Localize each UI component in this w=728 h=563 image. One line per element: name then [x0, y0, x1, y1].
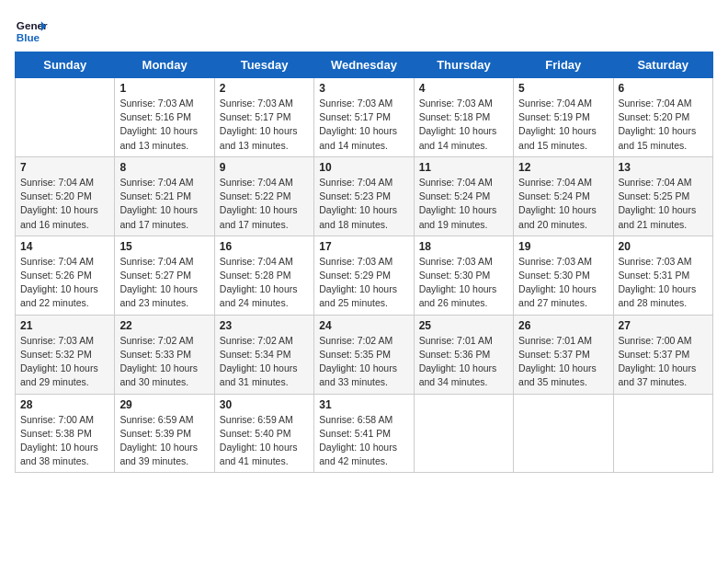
header-friday: Friday: [514, 52, 613, 78]
calendar-week-row: 7Sunrise: 7:04 AM Sunset: 5:20 PM Daylig…: [16, 156, 713, 236]
day-number: 13: [619, 161, 708, 174]
day-info: Sunrise: 7:04 AM Sunset: 5:19 PM Dayligh…: [518, 97, 608, 153]
day-number: 24: [319, 319, 408, 332]
calendar-cell: 24Sunrise: 7:02 AM Sunset: 5:35 PM Dayli…: [314, 315, 414, 394]
day-info: Sunrise: 7:04 AM Sunset: 5:24 PM Dayligh…: [518, 176, 608, 232]
day-info: Sunrise: 7:04 AM Sunset: 5:27 PM Dayligh…: [119, 255, 209, 311]
day-info: Sunrise: 7:03 AM Sunset: 5:18 PM Dayligh…: [419, 97, 508, 153]
calendar-cell: 11Sunrise: 7:04 AM Sunset: 5:24 PM Dayli…: [414, 156, 513, 236]
calendar-cell: 3Sunrise: 7:03 AM Sunset: 5:17 PM Daylig…: [314, 78, 414, 157]
day-info: Sunrise: 7:03 AM Sunset: 5:30 PM Dayligh…: [518, 255, 608, 311]
day-info: Sunrise: 7:03 AM Sunset: 5:17 PM Dayligh…: [220, 97, 309, 153]
calendar-header-row: SundayMondayTuesdayWednesdayThursdayFrid…: [16, 52, 713, 78]
day-number: 11: [419, 161, 508, 174]
day-number: 28: [20, 398, 109, 411]
calendar-cell: 9Sunrise: 7:04 AM Sunset: 5:22 PM Daylig…: [214, 156, 313, 236]
day-number: 20: [619, 240, 708, 253]
calendar-week-row: 14Sunrise: 7:04 AM Sunset: 5:26 PM Dayli…: [16, 236, 713, 315]
calendar-cell: 7Sunrise: 7:04 AM Sunset: 5:20 PM Daylig…: [16, 156, 115, 236]
day-info: Sunrise: 7:04 AM Sunset: 5:25 PM Dayligh…: [619, 176, 708, 232]
calendar-cell: 27Sunrise: 7:00 AM Sunset: 5:37 PM Dayli…: [613, 315, 712, 394]
day-number: 22: [119, 319, 209, 332]
svg-text:Blue: Blue: [17, 31, 40, 43]
day-number: 29: [119, 398, 209, 411]
day-info: Sunrise: 7:04 AM Sunset: 5:26 PM Dayligh…: [20, 255, 109, 311]
day-number: 12: [518, 161, 608, 174]
day-number: 9: [220, 161, 309, 174]
calendar-cell: 31Sunrise: 6:58 AM Sunset: 5:41 PM Dayli…: [314, 394, 414, 473]
calendar-cell: 25Sunrise: 7:01 AM Sunset: 5:36 PM Dayli…: [414, 315, 513, 394]
header-monday: Monday: [115, 52, 214, 78]
day-info: Sunrise: 7:03 AM Sunset: 5:29 PM Dayligh…: [319, 255, 408, 311]
day-number: 23: [220, 319, 309, 332]
calendar-week-row: 28Sunrise: 7:00 AM Sunset: 5:38 PM Dayli…: [16, 394, 713, 473]
day-number: 25: [419, 319, 508, 332]
day-number: 15: [119, 240, 209, 253]
header-tuesday: Tuesday: [214, 52, 313, 78]
day-info: Sunrise: 7:03 AM Sunset: 5:16 PM Dayligh…: [119, 97, 209, 153]
logo-icon: General Blue: [15, 15, 48, 48]
calendar-cell: 18Sunrise: 7:03 AM Sunset: 5:30 PM Dayli…: [414, 236, 513, 315]
day-info: Sunrise: 7:04 AM Sunset: 5:20 PM Dayligh…: [619, 97, 708, 153]
calendar-cell: 21Sunrise: 7:03 AM Sunset: 5:32 PM Dayli…: [16, 315, 115, 394]
header-saturday: Saturday: [613, 52, 712, 78]
calendar-cell: 6Sunrise: 7:04 AM Sunset: 5:20 PM Daylig…: [613, 78, 712, 157]
day-info: Sunrise: 7:01 AM Sunset: 5:36 PM Dayligh…: [419, 334, 508, 390]
day-number: 7: [20, 161, 109, 174]
day-info: Sunrise: 7:00 AM Sunset: 5:38 PM Dayligh…: [20, 413, 109, 469]
day-info: Sunrise: 7:04 AM Sunset: 5:28 PM Dayligh…: [220, 255, 309, 311]
header-sunday: Sunday: [16, 52, 115, 78]
calendar-cell: 2Sunrise: 7:03 AM Sunset: 5:17 PM Daylig…: [214, 78, 313, 157]
day-number: 14: [20, 240, 109, 253]
calendar-cell: [16, 78, 115, 157]
calendar-cell: 22Sunrise: 7:02 AM Sunset: 5:33 PM Dayli…: [115, 315, 214, 394]
calendar-cell: 8Sunrise: 7:04 AM Sunset: 5:21 PM Daylig…: [115, 156, 214, 236]
calendar-cell: 17Sunrise: 7:03 AM Sunset: 5:29 PM Dayli…: [314, 236, 414, 315]
day-number: 8: [119, 161, 209, 174]
logo: General Blue: [15, 15, 48, 48]
day-number: 1: [119, 82, 209, 95]
day-info: Sunrise: 7:04 AM Sunset: 5:22 PM Dayligh…: [220, 176, 309, 232]
day-number: 10: [319, 161, 408, 174]
day-number: 2: [220, 82, 309, 95]
day-info: Sunrise: 7:04 AM Sunset: 5:21 PM Dayligh…: [119, 176, 209, 232]
day-number: 16: [220, 240, 309, 253]
calendar-week-row: 1Sunrise: 7:03 AM Sunset: 5:16 PM Daylig…: [16, 78, 713, 157]
day-number: 17: [319, 240, 408, 253]
day-number: 5: [518, 82, 608, 95]
calendar-week-row: 21Sunrise: 7:03 AM Sunset: 5:32 PM Dayli…: [16, 315, 713, 394]
day-number: 18: [419, 240, 508, 253]
calendar-cell: [414, 394, 513, 473]
calendar-cell: [613, 394, 712, 473]
day-info: Sunrise: 7:04 AM Sunset: 5:20 PM Dayligh…: [20, 176, 109, 232]
day-info: Sunrise: 7:04 AM Sunset: 5:23 PM Dayligh…: [319, 176, 408, 232]
calendar-cell: 30Sunrise: 6:59 AM Sunset: 5:40 PM Dayli…: [214, 394, 313, 473]
calendar-cell: 19Sunrise: 7:03 AM Sunset: 5:30 PM Dayli…: [514, 236, 613, 315]
day-info: Sunrise: 7:03 AM Sunset: 5:32 PM Dayligh…: [20, 334, 109, 390]
day-number: 27: [619, 319, 708, 332]
day-info: Sunrise: 7:03 AM Sunset: 5:17 PM Dayligh…: [319, 97, 408, 153]
day-info: Sunrise: 7:02 AM Sunset: 5:33 PM Dayligh…: [119, 334, 209, 390]
header-wednesday: Wednesday: [314, 52, 414, 78]
page-header: General Blue: [15, 15, 713, 48]
day-info: Sunrise: 7:04 AM Sunset: 5:24 PM Dayligh…: [419, 176, 508, 232]
calendar-cell: 5Sunrise: 7:04 AM Sunset: 5:19 PM Daylig…: [514, 78, 613, 157]
calendar-cell: 10Sunrise: 7:04 AM Sunset: 5:23 PM Dayli…: [314, 156, 414, 236]
day-info: Sunrise: 6:58 AM Sunset: 5:41 PM Dayligh…: [319, 413, 408, 469]
day-number: 31: [319, 398, 408, 411]
day-number: 19: [518, 240, 608, 253]
calendar-cell: 29Sunrise: 6:59 AM Sunset: 5:39 PM Dayli…: [115, 394, 214, 473]
header-thursday: Thursday: [414, 52, 513, 78]
calendar-cell: 23Sunrise: 7:02 AM Sunset: 5:34 PM Dayli…: [214, 315, 313, 394]
calendar-cell: 15Sunrise: 7:04 AM Sunset: 5:27 PM Dayli…: [115, 236, 214, 315]
day-info: Sunrise: 7:02 AM Sunset: 5:34 PM Dayligh…: [220, 334, 309, 390]
day-info: Sunrise: 7:03 AM Sunset: 5:31 PM Dayligh…: [619, 255, 708, 311]
day-info: Sunrise: 7:00 AM Sunset: 5:37 PM Dayligh…: [619, 334, 708, 390]
day-info: Sunrise: 7:01 AM Sunset: 5:37 PM Dayligh…: [518, 334, 608, 390]
day-number: 4: [419, 82, 508, 95]
calendar-cell: 26Sunrise: 7:01 AM Sunset: 5:37 PM Dayli…: [514, 315, 613, 394]
day-number: 26: [518, 319, 608, 332]
calendar-cell: 12Sunrise: 7:04 AM Sunset: 5:24 PM Dayli…: [514, 156, 613, 236]
calendar-cell: 20Sunrise: 7:03 AM Sunset: 5:31 PM Dayli…: [613, 236, 712, 315]
calendar-cell: 16Sunrise: 7:04 AM Sunset: 5:28 PM Dayli…: [214, 236, 313, 315]
